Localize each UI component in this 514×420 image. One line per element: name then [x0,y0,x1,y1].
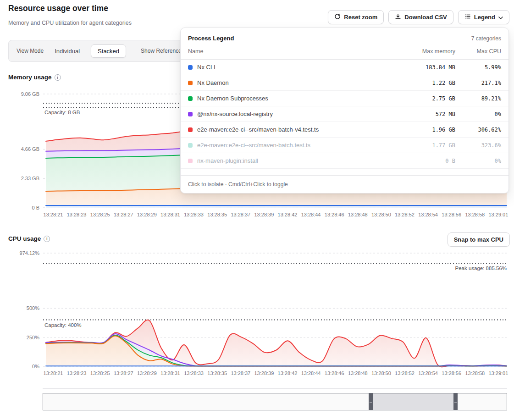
svg-text:0 B: 0 B [32,205,39,210]
series-name: e2e-maven:e2e-ci--src/maven-batch.test.t… [197,142,387,149]
svg-text:13:28:23: 13:28:23 [67,212,87,217]
timeline-brush[interactable] [43,393,507,410]
max-cpu-value: 323.6% [455,142,501,149]
svg-text:13:28:52: 13:28:52 [395,370,415,376]
svg-text:13:28:25: 13:28:25 [90,370,110,376]
max-memory-value: 1.96 GB [387,127,455,133]
svg-text:13:28:23: 13:28:23 [67,370,87,376]
max-memory-value: 2.75 GB [387,95,455,102]
brush-selected-range[interactable] [373,393,453,410]
brush-axis-line [43,388,507,389]
svg-text:13:29:01: 13:29:01 [488,370,508,376]
memory-section-header: Memory usage i [8,74,61,81]
legend-row[interactable]: e2e-maven:e2e-ci--src/maven-batch-v4.tes… [181,122,508,138]
max-cpu-value: 217.1% [455,80,501,86]
legend-dropdown-button[interactable]: Legend [458,10,509,24]
series-color-dot [188,81,193,85]
svg-text:13:28:27: 13:28:27 [114,370,133,376]
download-csv-button[interactable]: Download CSV [388,10,453,24]
snap-to-max-cpu-button[interactable]: Snap to max CPU [448,232,510,247]
series-name: Nx Daemon Subprocesses [197,95,387,102]
grip-icon [454,401,457,403]
cpu-usage-title: CPU usage [8,235,41,242]
svg-text:2.33 GB: 2.33 GB [21,176,39,181]
svg-text:13:28:31: 13:28:31 [160,370,180,376]
legend-rows: Nx CLI183.84 MB5.99%Nx Daemon1.22 GB217.… [181,60,508,169]
legend-row[interactable]: nx-maven-plugin:install0 B0% [181,153,508,169]
svg-text:13:29:01: 13:29:01 [488,212,508,217]
max-memory-value: 572 MB [387,111,455,117]
view-mode-label: View Mode [17,48,44,54]
brush-handle-right[interactable] [453,393,458,410]
svg-text:4.66 GB: 4.66 GB [21,146,39,152]
svg-text:13:28:56: 13:28:56 [442,212,461,217]
column-max-memory: Max memory [387,48,455,55]
legend-row[interactable]: Nx Daemon Subprocesses2.75 GB89.21% [181,91,508,106]
resource-usage-page: Resource usage over time Memory and CPU … [0,0,514,420]
svg-text:Capacity: 8 GB: Capacity: 8 GB [44,110,80,115]
svg-text:13:28:33: 13:28:33 [184,370,204,376]
svg-text:13:28:35: 13:28:35 [207,370,227,376]
reset-zoom-button[interactable]: Reset zoom [328,10,384,24]
legend-row[interactable]: Nx CLI183.84 MB5.99% [181,60,508,75]
svg-text:13:28:35: 13:28:35 [207,212,227,217]
svg-text:13:28:50: 13:28:50 [371,370,391,376]
cpu-section-header: CPU usage i [8,235,50,242]
svg-text:13:28:29: 13:28:29 [137,212,157,217]
max-memory-value: 0 B [387,158,455,164]
legend-popup-footer: Click to isolate · Cmd/Ctrl+Click to tog… [181,175,508,193]
series-color-dot [188,65,193,70]
svg-text:13:28:37: 13:28:37 [231,370,250,376]
page-subtitle: Memory and CPU utilization for agent cat… [8,20,132,26]
legend-row[interactable]: e2e-maven:e2e-ci--src/maven-batch.test.t… [181,138,508,153]
svg-text:500%: 500% [27,305,39,311]
svg-text:Peak usage: 885.56%: Peak usage: 885.56% [455,265,507,271]
series-color-dot [188,127,193,132]
svg-text:13:28:46: 13:28:46 [325,370,344,376]
memory-usage-title: Memory usage [8,74,52,81]
view-mode-individual[interactable]: Individual [50,45,84,57]
cpu-chart[interactable]: 974.12%500%250%0%Peak usage: 885.56%Capa… [0,248,514,381]
max-cpu-value: 0% [455,158,501,164]
svg-text:13:28:21: 13:28:21 [44,370,63,376]
svg-text:13:28:48: 13:28:48 [348,370,368,376]
max-cpu-value: 306.62% [455,127,501,133]
page-title: Resource usage over time [8,4,108,13]
refresh-icon [334,13,341,21]
info-icon[interactable]: i [44,236,50,242]
svg-text:13:28:33: 13:28:33 [184,212,204,217]
svg-text:13:28:58: 13:28:58 [465,370,485,376]
series-name: e2e-maven:e2e-ci--src/maven-batch-v4.tes… [197,126,387,133]
series-color-dot [188,159,193,163]
svg-text:13:28:31: 13:28:31 [160,212,180,217]
svg-text:13:28:21: 13:28:21 [44,212,63,217]
svg-text:13:28:50: 13:28:50 [371,212,391,217]
column-max-cpu: Max CPU [455,48,501,55]
svg-text:13:28:52: 13:28:52 [395,212,415,217]
legend-column-headers: Name Max memory Max CPU [181,45,508,60]
max-cpu-value: 89.21% [455,95,501,102]
header-buttons: Reset zoom Download CSV Legend [328,10,509,24]
svg-text:Capacity: 400%: Capacity: 400% [44,322,82,328]
series-color-dot [188,143,193,148]
svg-text:13:28:42: 13:28:42 [278,370,298,376]
svg-text:13:28:37: 13:28:37 [231,212,250,217]
series-name: Nx Daemon [197,79,387,86]
legend-row[interactable]: Nx Daemon1.22 GB217.1% [181,75,508,91]
brush-handle-left[interactable] [369,393,373,410]
svg-text:13:28:42: 13:28:42 [278,212,298,217]
svg-text:250%: 250% [27,335,39,340]
svg-text:13:28:27: 13:28:27 [114,212,133,217]
legend-row[interactable]: @nx/nx-source:local-registry572 MB0% [181,106,508,122]
view-mode-stacked[interactable]: Stacked [91,44,126,58]
svg-text:13:28:54: 13:28:54 [418,370,438,376]
max-cpu-value: 5.99% [455,64,501,71]
info-icon[interactable]: i [55,74,61,81]
chevron-down-icon [498,14,503,21]
svg-text:13:28:39: 13:28:39 [254,212,274,217]
max-cpu-value: 0% [455,111,501,117]
svg-text:13:28:25: 13:28:25 [90,212,110,217]
svg-text:0%: 0% [32,364,39,369]
download-icon [395,13,401,21]
grip-icon [370,401,372,403]
